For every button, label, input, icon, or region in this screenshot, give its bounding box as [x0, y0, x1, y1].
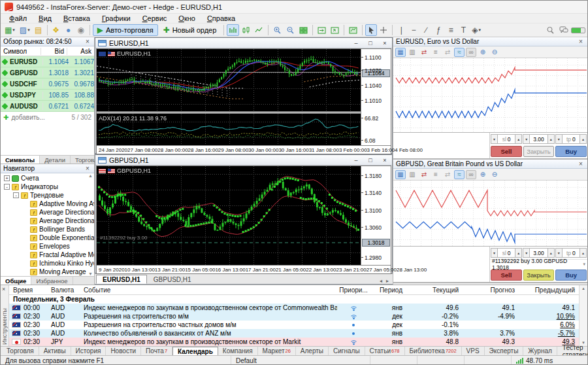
tick-chart-mode-icon[interactable]: ▦ — [395, 48, 406, 57]
refresh-icon[interactable]: ⇄ — [419, 48, 429, 57]
gbpusd-time-axis[interactable]: 9 Jan 202010 Jan 13:0013 Jan 21:0015 Jan… — [97, 265, 391, 273]
history-center-button[interactable]: ▤ — [33, 24, 44, 36]
tab-scroll-left-icon[interactable]: ◂ — [380, 278, 382, 284]
depth-icon[interactable]: ≡ — [431, 170, 441, 179]
zigzag-icon[interactable]: ≈ — [454, 170, 465, 179]
calendar-column-header[interactable]: Событие — [80, 287, 337, 294]
eurusd-chart[interactable]: EURUSD,H1 ADX(14) 20.21 11.38 9.76 — [97, 49, 361, 145]
tree-item[interactable]: fEnvelopes — [1, 242, 94, 251]
close-icon[interactable]: × — [84, 38, 91, 45]
menu-2[interactable]: Вставка — [57, 14, 96, 22]
calendar-scrollbar[interactable]: ▲▼ — [579, 285, 587, 346]
tree-item[interactable]: fAdaptive Moving Av — [1, 200, 94, 208]
eurusd-time-axis[interactable]: 24 Jan 202027 Jan 08:0028 Jan 00:0028 Ja… — [97, 145, 391, 154]
autotrade-button[interactable]: ▶ Авто-торговля — [93, 24, 158, 36]
tile-windows-button[interactable] — [297, 24, 310, 36]
toolbox-tab-14[interactable]: Журнал — [523, 347, 557, 355]
stepper-down-icon[interactable]: ▾ — [491, 134, 498, 144]
tab-0[interactable]: Общие — [1, 277, 31, 285]
chart-tab-0[interactable]: EURUSD,H1 — [96, 275, 147, 284]
stepper-up-icon[interactable]: ▴ — [515, 248, 522, 258]
channels-button[interactable]: ≡ — [445, 24, 457, 36]
calendar-column-header[interactable]: Период — [370, 287, 406, 294]
search-button[interactable] — [544, 24, 557, 36]
stepper-down-icon[interactable]: ▾ — [555, 134, 563, 144]
gbpusd-price-scale[interactable]: 1.3018 1.31801.31401.31001.30601.2980 — [361, 166, 391, 265]
transfer-icon[interactable]: ⇄ — [442, 48, 453, 57]
navigator-scrollbar[interactable]: ▲▼ — [88, 173, 93, 276]
position-row[interactable]: #11392292 buy 3.00 GBPUSD 1.3018▾ — [490, 259, 587, 269]
quotes-button[interactable]: ❖ — [50, 24, 62, 36]
toolbox-tab-1[interactable]: Активы — [39, 347, 71, 355]
tp-stepper[interactable]: ▾tp0▴ — [555, 248, 587, 258]
profiles-button[interactable]: ▨▾ — [18, 24, 32, 36]
market-watch-row[interactable]: EURUSD1.10641.1067 — [1, 56, 94, 67]
calendar-row[interactable]: 02:30AUDРазрешения на строительство м/мд… — [9, 312, 579, 321]
zoom-in-icon[interactable]: ⊕ — [478, 170, 488, 179]
depth-icon[interactable]: ≡ — [431, 48, 441, 57]
community-button[interactable]: ● — [63, 24, 74, 36]
calendar-row[interactable]: 02:30AUDКоличество объявлений о вакансия… — [9, 329, 579, 338]
toolbox-tab-8[interactable]: Алерты — [296, 347, 329, 355]
auto-scroll-button[interactable] — [329, 24, 341, 36]
toolbox-tab-5[interactable]: Календарь — [172, 347, 218, 355]
tab-1[interactable]: Избранное — [31, 277, 73, 285]
calendar-column-header[interactable]: Валюта — [47, 287, 80, 294]
calendar-column-header[interactable]: Время — [9, 287, 47, 294]
toolbox-tab-10[interactable]: Статьи678 — [365, 347, 405, 355]
stepper-down-icon[interactable]: ▾ — [523, 248, 530, 258]
tree-item[interactable]: -fИндикаторы — [1, 182, 94, 191]
stepper-value[interactable]: sl0 — [498, 248, 515, 258]
chart-tab-1[interactable]: GBPUSD,H1 — [147, 275, 198, 284]
zoom-out-icon[interactable]: ⊖ — [489, 48, 500, 57]
close-icon[interactable]: × — [577, 160, 585, 167]
menu-1[interactable]: Вид — [33, 14, 57, 22]
close-icon[interactable]: × — [84, 165, 91, 172]
toolbox-tab-4[interactable]: Почта7 — [141, 347, 172, 355]
table-mode-icon[interactable]: ▥ — [407, 170, 417, 179]
tree-item[interactable]: fIchimoku Kinko Hyo — [1, 259, 94, 268]
tree-item[interactable]: fAverage Directional — [1, 208, 94, 217]
chat-button[interactable] — [557, 24, 570, 36]
refresh-icon[interactable]: ⇄ — [419, 170, 429, 179]
stepper-value[interactable]: 3.00 — [530, 134, 547, 144]
close-button[interactable]: Закрыть — [523, 269, 555, 281]
stepper-down-icon[interactable]: ▾ — [523, 134, 530, 144]
toolbox-tab-7[interactable]: Маркет26 — [258, 347, 296, 355]
expand-icon[interactable]: + — [4, 175, 10, 181]
stepper-up-icon[interactable]: ▴ — [580, 134, 587, 144]
zoom-out-icon[interactable]: ⊖ — [489, 170, 500, 179]
stepper-value[interactable]: 3.00 — [530, 248, 547, 258]
toolbox-tab-3[interactable]: Новости — [106, 347, 141, 355]
new-order-button[interactable]: ✚ Новый ордер — [159, 24, 221, 36]
market-watch-row[interactable]: GBPUSD1.30181.3021 — [1, 67, 94, 78]
tree-item[interactable]: fFractal Adaptive Mo — [1, 251, 94, 259]
toolbox-tab-2[interactable]: История — [71, 347, 106, 355]
sl-stepper[interactable]: ▾sl0▴ — [491, 134, 522, 144]
stepper-value[interactable]: sl0 — [498, 134, 515, 144]
tp-stepper[interactable]: ▾tp0▴ — [555, 134, 587, 144]
tree-item[interactable]: fMoving Average — [1, 268, 94, 276]
gbpusd-chart[interactable]: GBPUSD,H1 #11392292 buy 3.00 — [97, 166, 361, 265]
minimize-icon[interactable]: – — [351, 157, 361, 164]
volume-stepper[interactable]: ▾3.00▴ — [523, 134, 554, 144]
sl-stepper[interactable]: ▾sl0▴ — [491, 248, 522, 258]
profile-name[interactable]: Default — [231, 356, 370, 365]
tab-1[interactable]: Детали — [40, 156, 71, 164]
vline-button[interactable]: | — [395, 24, 407, 36]
calendar-column-header[interactable]: Приори... — [337, 287, 370, 294]
calendar-column-header[interactable]: Предыдущий — [519, 287, 579, 294]
signals-button[interactable]: ◉ — [75, 24, 87, 36]
tab-0[interactable]: Символы — [1, 156, 40, 164]
close-icon[interactable]: × — [380, 157, 389, 164]
close-icon[interactable]: × — [577, 38, 585, 45]
menu-5[interactable]: Окно — [172, 14, 201, 22]
close-icon[interactable]: × — [2, 286, 5, 292]
crosshair-button[interactable] — [378, 24, 389, 36]
zoom-in-button[interactable] — [271, 24, 284, 36]
objects-button[interactable]: ◈▾ — [470, 24, 483, 36]
calendar-column-header[interactable]: Текущий — [406, 287, 463, 294]
text-button[interactable]: T — [457, 24, 469, 36]
close-button[interactable]: Закрыть — [523, 146, 555, 157]
eurusd-price-scale[interactable]: 6.08 66.82 1.1064 1.11001.10701.10401.10… — [361, 49, 391, 145]
